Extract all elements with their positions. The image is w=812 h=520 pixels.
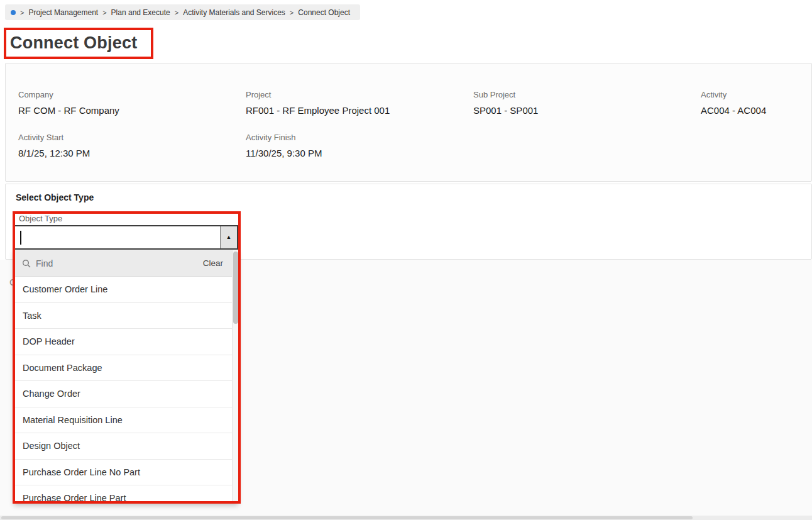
field-value: 8/1/25, 12:30 PM [18,148,246,159]
breadcrumb-items: >Project Management>Plan and Execute>Act… [20,8,350,17]
breadcrumb-separator: > [175,9,178,16]
detail-field: CompanyRF COM - RF Company [18,90,246,116]
dropdown-option[interactable]: Design Object [14,433,238,460]
field-label: Activity [701,90,812,99]
chevron-up-icon: ▲ [226,235,232,240]
detail-field: Activity Start8/1/25, 12:30 PM [18,133,246,159]
breadcrumb-separator: > [102,9,106,16]
breadcrumb: >Project Management>Plan and Execute>Act… [5,4,360,20]
text-caret [20,231,21,245]
connect-object-page: >Project Management>Plan and Execute>Act… [0,0,812,520]
field-value: 11/30/25, 9:30 PM [246,148,473,159]
detail-field: ActivityAC004 - AC004 [701,90,812,116]
field-label: Company [18,90,246,99]
breadcrumb-item: Connect Object [298,8,350,17]
object-type-combobox: ▲ [14,225,238,250]
dropdown-option[interactable]: Purchase Order Line Part [14,485,238,504]
dropdown-scrollbar-thumb[interactable] [233,252,238,324]
dropdown-option[interactable]: Material Requisition Line [14,407,238,434]
field-label: Project [246,90,473,99]
field-value: RF001 - RF Employee Project 001 [246,105,473,116]
find-input[interactable]: Find Clear [14,250,238,277]
detail-field: Activity Finish11/30/25, 9:30 PM [246,133,473,159]
breadcrumb-item[interactable]: Project Management [28,8,98,17]
dropdown-option[interactable]: Purchase Order Line No Part [14,460,238,486]
breadcrumb-item[interactable]: Activity Materials and Services [183,8,285,17]
field-value: RF COM - RF Company [18,105,246,116]
annotation-box-title: Connect Object [4,28,153,59]
object-type-label: Object Type [19,214,62,223]
field-label: Sub Project [473,90,701,99]
detail-field: Sub ProjectSP001 - SP001 [473,90,701,116]
dropdown-option[interactable]: Task [14,303,238,329]
breadcrumb-separator: > [20,9,24,16]
field-value: SP001 - SP001 [473,105,701,116]
breadcrumb-item[interactable]: Plan and Execute [111,8,170,17]
dropdown-option[interactable]: Change Order [14,381,238,407]
object-type-input[interactable] [15,226,220,248]
detail-field: ProjectRF001 - RF Employee Project 001 [246,90,473,116]
section-title: Select Object Type [16,192,94,202]
object-type-dropdown: Find Clear Customer Order LineTaskDOP He… [14,250,238,504]
dropdown-option[interactable]: DOP Header [14,329,238,355]
details-grid: CompanyRF COM - RF CompanyProjectRF001 -… [18,90,811,159]
object-type-options: Customer Order LineTaskDOP HeaderDocumen… [14,277,238,504]
app-dot-icon [11,10,16,15]
field-label: Activity Finish [246,133,473,142]
find-placeholder: Find [36,258,53,268]
horizontal-scrollbar-thumb[interactable] [1,516,693,519]
dropdown-option[interactable]: Document Package [14,355,238,382]
field-value: AC004 - AC004 [701,105,812,116]
search-icon [22,259,31,268]
page-title: Connect Object [10,32,137,53]
dropdown-option[interactable]: Customer Order Line [14,277,238,303]
field-label: Activity Start [18,133,246,142]
activity-details-card: CompanyRF COM - RF CompanyProjectRF001 -… [5,63,812,182]
dropdown-scrollbar[interactable] [232,250,238,504]
dropdown-collapse-button[interactable]: ▲ [220,226,237,248]
breadcrumb-separator: > [290,9,294,16]
clear-button[interactable]: Clear [203,258,223,268]
horizontal-scrollbar[interactable] [0,516,812,520]
